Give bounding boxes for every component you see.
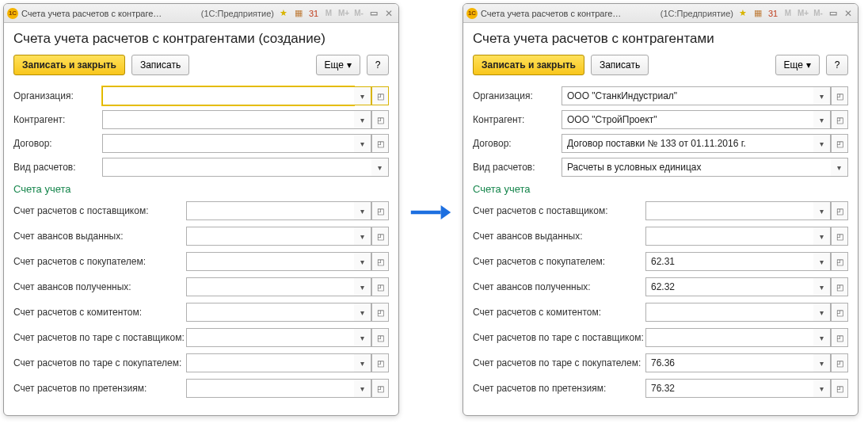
- org-label: Организация:: [473, 90, 562, 101]
- account-input[interactable]: [186, 379, 354, 398]
- dropdown-icon[interactable]: ▾: [813, 86, 831, 105]
- open-icon[interactable]: ◰: [371, 353, 389, 372]
- favorite-icon[interactable]: ★: [277, 7, 290, 20]
- minimize-icon[interactable]: ▭: [367, 7, 380, 20]
- account-input[interactable]: [645, 353, 813, 372]
- open-icon[interactable]: ◰: [371, 201, 389, 220]
- dropdown-icon[interactable]: ▾: [371, 158, 389, 177]
- minimize-icon[interactable]: ▭: [827, 7, 839, 20]
- open-icon[interactable]: ◰: [371, 277, 389, 296]
- open-icon[interactable]: ◰: [831, 110, 848, 129]
- account-input[interactable]: [645, 303, 813, 322]
- open-icon[interactable]: ◰: [831, 328, 848, 347]
- partner-input[interactable]: [562, 110, 813, 129]
- save-close-button[interactable]: Записать и закрыть: [473, 55, 584, 75]
- calctype-input[interactable]: [562, 158, 831, 177]
- open-icon[interactable]: ◰: [371, 134, 389, 153]
- dropdown-icon[interactable]: ▾: [354, 110, 371, 129]
- dropdown-icon[interactable]: ▾: [354, 201, 371, 220]
- account-input[interactable]: [645, 379, 813, 398]
- help-button[interactable]: ?: [826, 55, 848, 75]
- contract-input[interactable]: [562, 134, 813, 153]
- dropdown-icon[interactable]: ▾: [813, 328, 831, 347]
- dropdown-icon[interactable]: ▾: [354, 379, 371, 398]
- dropdown-icon[interactable]: ▾: [354, 328, 371, 347]
- open-icon[interactable]: ◰: [831, 379, 848, 398]
- window-title: Счета учета расчетов с контраге…: [481, 9, 657, 18]
- dropdown-icon[interactable]: ▾: [813, 252, 831, 271]
- window-left: 1С Счета учета расчетов с контраге… (1С:…: [3, 3, 399, 416]
- dropdown-icon[interactable]: ▾: [354, 277, 371, 296]
- dropdown-icon[interactable]: ▾: [354, 303, 371, 322]
- more-button[interactable]: Еще▾: [316, 55, 360, 75]
- account-input[interactable]: [186, 303, 354, 322]
- dropdown-icon[interactable]: ▾: [813, 379, 831, 398]
- account-input[interactable]: [645, 328, 813, 347]
- window-title-suffix: (1С:Предприятие): [661, 9, 733, 18]
- dropdown-icon[interactable]: ▾: [354, 353, 371, 372]
- memory-m-icon[interactable]: M: [322, 7, 335, 20]
- dropdown-icon[interactable]: ▾: [813, 227, 831, 246]
- calctype-input[interactable]: [102, 158, 371, 177]
- dropdown-icon[interactable]: ▾: [813, 303, 831, 322]
- favorite-icon[interactable]: ★: [737, 7, 749, 20]
- save-close-button[interactable]: Записать и закрыть: [13, 55, 125, 75]
- open-icon[interactable]: ◰: [831, 277, 848, 296]
- calendar-icon[interactable]: 31: [307, 7, 320, 20]
- open-icon[interactable]: ◰: [831, 86, 848, 105]
- close-icon[interactable]: ✕: [383, 7, 395, 20]
- calculator-icon[interactable]: ▦: [752, 7, 764, 20]
- dropdown-icon[interactable]: ▾: [354, 86, 371, 105]
- close-icon[interactable]: ✕: [842, 7, 855, 20]
- more-button[interactable]: Еще▾: [775, 55, 820, 75]
- account-input[interactable]: [186, 252, 354, 271]
- calendar-icon[interactable]: 31: [767, 7, 779, 20]
- open-icon[interactable]: ◰: [831, 227, 848, 246]
- open-icon[interactable]: ◰: [371, 303, 389, 322]
- titlebar-actions: ★ ▦ 31 M M+ M- ▭ ✕: [737, 7, 855, 20]
- open-icon[interactable]: ◰: [831, 353, 848, 372]
- help-button[interactable]: ?: [367, 55, 389, 75]
- dropdown-icon[interactable]: ▾: [813, 277, 831, 296]
- dropdown-icon[interactable]: ▾: [354, 134, 371, 153]
- account-input[interactable]: [186, 277, 354, 296]
- save-button[interactable]: Записать: [591, 55, 649, 75]
- account-input[interactable]: [645, 227, 813, 246]
- open-icon[interactable]: ◰: [371, 227, 389, 246]
- dropdown-icon[interactable]: ▾: [813, 134, 831, 153]
- org-input[interactable]: [102, 86, 354, 105]
- dropdown-icon[interactable]: ▾: [354, 252, 371, 271]
- memory-mplus-icon[interactable]: M+: [797, 7, 809, 20]
- partner-input[interactable]: [102, 110, 354, 129]
- memory-m-icon[interactable]: M: [782, 7, 794, 20]
- account-input[interactable]: [186, 201, 354, 220]
- account-input[interactable]: [645, 252, 813, 271]
- save-button[interactable]: Записать: [131, 55, 189, 75]
- open-icon[interactable]: ◰: [371, 110, 389, 129]
- open-icon[interactable]: ◰: [831, 252, 848, 271]
- account-input[interactable]: [186, 328, 354, 347]
- open-icon[interactable]: ◰: [371, 328, 389, 347]
- open-icon[interactable]: ◰: [371, 379, 389, 398]
- memory-mplus-icon[interactable]: M+: [337, 7, 350, 20]
- memory-mminus-icon[interactable]: M-: [352, 7, 365, 20]
- org-input[interactable]: [562, 86, 813, 105]
- dropdown-icon[interactable]: ▾: [813, 353, 831, 372]
- dropdown-icon[interactable]: ▾: [813, 110, 831, 129]
- account-input[interactable]: [645, 277, 813, 296]
- open-icon[interactable]: ◰: [831, 134, 848, 153]
- account-input[interactable]: [645, 201, 813, 220]
- page-title: Счета учета расчетов с контрагентами: [473, 31, 848, 47]
- open-icon[interactable]: ◰: [831, 303, 848, 322]
- dropdown-icon[interactable]: ▾: [813, 201, 831, 220]
- calculator-icon[interactable]: ▦: [292, 7, 305, 20]
- account-input[interactable]: [186, 227, 354, 246]
- open-icon[interactable]: ◰: [371, 252, 389, 271]
- account-input[interactable]: [186, 353, 354, 372]
- dropdown-icon[interactable]: ▾: [831, 158, 848, 177]
- open-icon[interactable]: ◰: [831, 201, 848, 220]
- dropdown-icon[interactable]: ▾: [354, 227, 371, 246]
- contract-input[interactable]: [102, 134, 354, 153]
- memory-mminus-icon[interactable]: M-: [812, 7, 824, 20]
- open-icon[interactable]: ◰: [371, 86, 389, 105]
